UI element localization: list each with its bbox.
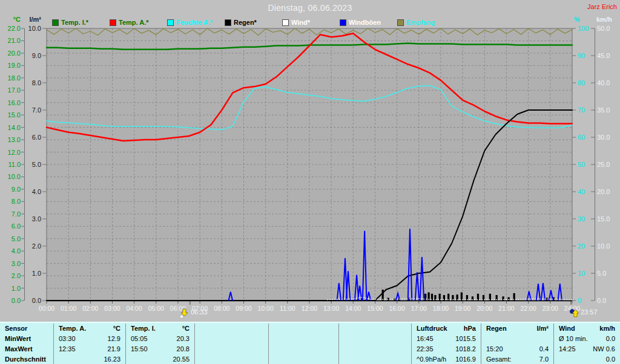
table-cell: 1016.9 bbox=[455, 354, 476, 364]
table-row: Durchschnitt bbox=[0, 354, 53, 364]
table-row bbox=[195, 323, 268, 334]
table-row: 15:5020.8 bbox=[126, 344, 194, 354]
tick-label: 4.0 bbox=[32, 188, 41, 195]
table-cell: 12:35 bbox=[59, 344, 76, 354]
x-tick-label: 20:00 bbox=[477, 305, 492, 312]
table-cell: 22:35 bbox=[417, 344, 434, 354]
x-tick-label: 22:00 bbox=[521, 305, 536, 312]
table-cell: Luftdruck bbox=[417, 323, 447, 334]
tick-label: 3.0 bbox=[32, 215, 41, 223]
tick-label: 18.0 bbox=[8, 74, 21, 82]
tick-label: 0.0 bbox=[597, 297, 606, 304]
tick-label: 90 bbox=[578, 52, 585, 59]
table-cell: 14:25 bbox=[559, 344, 576, 354]
tick-label: 9.0 bbox=[12, 186, 21, 193]
table-cell: 20.8 bbox=[177, 344, 190, 354]
tick-label: 16.0 bbox=[8, 99, 21, 106]
x-tick-label: 16:00 bbox=[389, 305, 405, 312]
x-tick-label: 10:00 bbox=[258, 305, 274, 312]
table-cell: 1015.5 bbox=[455, 334, 476, 344]
table-row: LuftdruckhPa bbox=[412, 323, 481, 334]
table-row bbox=[339, 323, 411, 334]
tick-label: 0.0 bbox=[12, 297, 21, 304]
table-row bbox=[195, 334, 268, 344]
table-row: MaxWert bbox=[0, 344, 53, 354]
table-cell: Temp. A. bbox=[59, 323, 86, 334]
tick-label: 6.0 bbox=[12, 223, 21, 230]
table-row bbox=[269, 334, 338, 344]
table-row bbox=[339, 344, 411, 354]
tick-label: 35.0 bbox=[597, 106, 610, 114]
table-row bbox=[481, 334, 553, 344]
x-tick-label: 03:00 bbox=[104, 305, 120, 312]
x-tick-label: 09:00 bbox=[236, 305, 251, 312]
tick-label: 25.0 bbox=[597, 161, 610, 168]
tick-label: 100 bbox=[578, 25, 589, 32]
table-column: Windkm/hØ 10 min.0.014:25NW 0.60.0 bbox=[553, 323, 620, 364]
stats-table: SensorMinWertMaxWertDurchschnittTemp. A.… bbox=[0, 322, 620, 364]
x-tick-label: 18:00 bbox=[433, 305, 449, 312]
weather-station-window: Dienstag, 06.06.2023 Jarz Erich °C l/m² … bbox=[0, 0, 620, 364]
table-cell: 0.0 bbox=[606, 354, 615, 364]
tick-label: 22.0 bbox=[8, 25, 21, 32]
tick-label: 19.0 bbox=[8, 62, 21, 69]
tick-label: 0.0 bbox=[32, 297, 41, 304]
table-cell: Sensor bbox=[5, 323, 27, 334]
table-row bbox=[339, 354, 411, 364]
table-column: Temp. A.°C03:3012.912:3521.916.23 bbox=[53, 323, 125, 364]
sunrise-icon bbox=[179, 308, 190, 319]
table-row: 12:3521.9 bbox=[54, 344, 125, 354]
table-row bbox=[339, 334, 411, 344]
x-tick-label: 05:00 bbox=[148, 305, 164, 312]
table-row: 15:200.4 bbox=[481, 344, 553, 354]
table-cell: 05:05 bbox=[131, 334, 148, 344]
table-row: 14:25NW 0.6 bbox=[554, 344, 620, 354]
tick-label: 21.0 bbox=[8, 37, 21, 44]
tick-label: 8.0 bbox=[32, 79, 41, 86]
table-cell: 16.23 bbox=[104, 354, 120, 364]
table-cell: ^0.9hPa/h bbox=[417, 354, 446, 364]
tick-label: 20.0 bbox=[597, 188, 610, 195]
tick-label: 0 bbox=[578, 297, 581, 304]
x-tick-label: 02:00 bbox=[82, 305, 98, 312]
x-tick-label: 13:00 bbox=[323, 305, 339, 312]
x-tick-label: 01:00 bbox=[61, 305, 76, 312]
x-tick-label: 08:00 bbox=[214, 305, 229, 312]
rain-bar bbox=[382, 290, 384, 301]
x-tick-label: 23:00 bbox=[542, 305, 558, 312]
table-cell: MaxWert bbox=[5, 344, 33, 354]
tick-label: 80 bbox=[578, 79, 585, 86]
table-row bbox=[195, 344, 268, 354]
tick-label: 50 bbox=[578, 161, 585, 168]
tick-label: 9.0 bbox=[32, 52, 41, 59]
tick-label: 50.0 bbox=[597, 25, 610, 32]
table-cell: Durchschnitt bbox=[5, 354, 46, 364]
table-row: Temp. A.°C bbox=[54, 323, 125, 334]
tick-label: 5.0 bbox=[597, 270, 606, 277]
x-tick-label: 12:00 bbox=[302, 305, 317, 312]
sunset-icon bbox=[569, 308, 579, 319]
tick-label: 6.0 bbox=[32, 134, 41, 141]
table-row bbox=[269, 323, 338, 334]
tick-label: 10.0 bbox=[597, 242, 610, 250]
table-cell: 15:20 bbox=[486, 344, 503, 354]
table-cell: 0.0 bbox=[606, 334, 615, 344]
table-row: Ø 10 min.0.0 bbox=[554, 334, 620, 344]
table-row: 0.0 bbox=[554, 354, 620, 364]
tick-label: 10 bbox=[578, 270, 585, 277]
table-row: Regenl/m² bbox=[481, 323, 553, 334]
tick-label: 12.0 bbox=[8, 149, 21, 156]
tick-label: 2.0 bbox=[32, 242, 41, 250]
table-column bbox=[194, 323, 268, 364]
table-cell: °C bbox=[182, 323, 190, 334]
table-cell: 15:50 bbox=[131, 344, 148, 354]
table-cell: MinWert bbox=[5, 334, 31, 344]
table-column: LuftdruckhPa16:451015.522:351018.2^0.9hP… bbox=[411, 323, 481, 364]
tick-label: 11.0 bbox=[8, 161, 21, 168]
x-tick-label: 17:00 bbox=[411, 305, 427, 312]
tick-label: 15.0 bbox=[8, 111, 21, 119]
x-tick-label: 14:00 bbox=[345, 305, 361, 312]
table-cell: 20.3 bbox=[177, 334, 190, 344]
table-column: Temp. I.°C05:0520.315:5020.820.55 bbox=[125, 323, 194, 364]
table-row: 16:451015.5 bbox=[412, 334, 481, 344]
